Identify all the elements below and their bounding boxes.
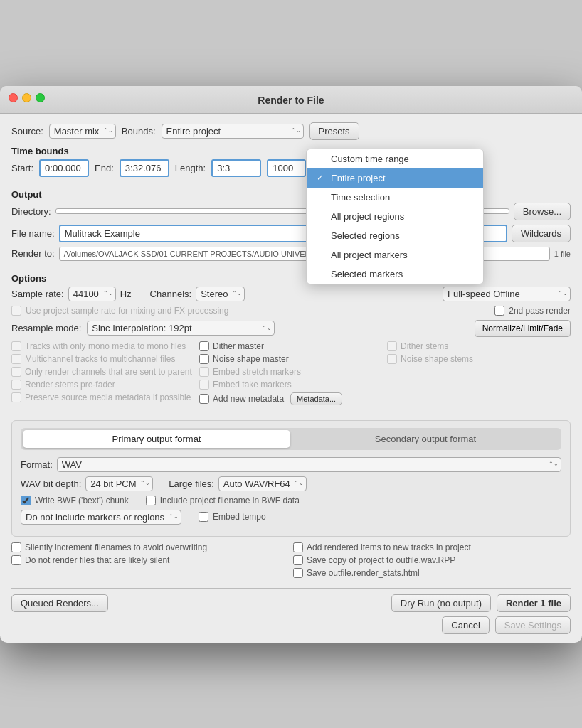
sample-rate-wrapper[interactable]: 44100 bbox=[68, 287, 116, 301]
metadata-button[interactable]: Metadata... bbox=[290, 392, 342, 405]
dropdown-item-time-selection[interactable]: Time selection bbox=[307, 188, 483, 207]
save-copy-label: Save copy of project to outfile.wav.RPP bbox=[307, 555, 455, 565]
markers-embed-row: Do not include markers or regions Embed … bbox=[21, 510, 561, 525]
render-channels-label: Only render channels that are sent to pa… bbox=[25, 367, 192, 377]
maximize-button[interactable] bbox=[36, 93, 45, 102]
markers-select[interactable]: Do not include markers or regions bbox=[21, 510, 181, 525]
minimize-button[interactable] bbox=[22, 93, 31, 102]
bounds-select[interactable]: Entire project bbox=[162, 124, 304, 139]
write-bwf-checkbox[interactable] bbox=[21, 496, 31, 505]
dropdown-item-all-project-markers[interactable]: All project markers bbox=[307, 245, 483, 264]
save-stats-checkbox[interactable] bbox=[293, 568, 303, 578]
channels-wrapper[interactable]: Stereo bbox=[196, 287, 245, 301]
sample-rate-select[interactable]: 44100 bbox=[68, 287, 116, 301]
use-project-sample-rate-checkbox[interactable] bbox=[11, 306, 21, 316]
large-files-select[interactable]: Auto WAV/RF64 bbox=[218, 476, 307, 491]
normalize-button[interactable]: Normalize/Limit/Fade bbox=[475, 320, 571, 337]
add-metadata-checkbox[interactable] bbox=[199, 394, 209, 404]
wildcards-button[interactable]: Wildcards bbox=[512, 225, 571, 242]
render-to-label: Render to: bbox=[11, 248, 55, 259]
bounds-select-wrapper[interactable]: Entire project bbox=[162, 124, 304, 139]
large-files-wrapper[interactable]: Auto WAV/RF64 bbox=[218, 476, 307, 491]
start-label: Start: bbox=[11, 163, 33, 173]
render-channels-checkbox[interactable] bbox=[11, 367, 21, 377]
check-entire: ✓ bbox=[317, 173, 327, 183]
multichannel-checkbox[interactable] bbox=[11, 354, 21, 364]
embed-stretch-checkbox[interactable] bbox=[199, 367, 209, 377]
tail-ms-input[interactable] bbox=[267, 159, 306, 177]
close-button[interactable] bbox=[9, 93, 18, 102]
preserve-metadata-label: Preserve source media metadata if possib… bbox=[25, 392, 191, 402]
dropdown-item-all-project-regions[interactable]: All project regions bbox=[307, 207, 483, 226]
bounds-dropdown: Custom time range ✓ Entire project Time … bbox=[306, 149, 484, 284]
bit-depth-wrapper[interactable]: 24 bit PCM bbox=[85, 476, 153, 491]
silent-increment-label: Silently increment filenames to avoid ov… bbox=[25, 542, 207, 552]
directory-row: Directory: Browse... bbox=[11, 203, 571, 220]
format-section: Primary output format Secondary output f… bbox=[11, 420, 571, 537]
write-bwf-label: Write BWF ('bext') chunk bbox=[35, 496, 129, 505]
dither-master-checkbox[interactable] bbox=[199, 341, 209, 351]
browse-button[interactable]: Browse... bbox=[514, 203, 571, 220]
time-bounds-section-title: Time bounds bbox=[11, 146, 571, 156]
dropdown-item-custom-time-range[interactable]: Custom time range bbox=[307, 149, 483, 168]
secondary-format-tab[interactable]: Secondary output format bbox=[292, 430, 559, 448]
output-format-tabs: Primary output format Secondary output f… bbox=[21, 428, 561, 450]
queued-renders-button[interactable]: Queued Renders... bbox=[11, 594, 108, 612]
render-stems-label: Render stems pre-fader bbox=[25, 380, 115, 390]
options-col2: Dither master Noise shape master Embed s… bbox=[199, 341, 383, 408]
bit-depth-label: WAV bit depth: bbox=[21, 478, 81, 489]
primary-format-tab[interactable]: Primary output format bbox=[23, 430, 290, 448]
silent-increment-checkbox[interactable] bbox=[11, 542, 21, 552]
presets-button[interactable]: Presets bbox=[309, 122, 359, 140]
start-input[interactable] bbox=[39, 159, 89, 177]
embed-take-checkbox[interactable] bbox=[199, 380, 209, 390]
main-content: Source: Master mix Bounds: Entire projec… bbox=[0, 114, 582, 643]
format-select-wrapper[interactable]: WAV bbox=[57, 457, 561, 472]
render-speed-select[interactable]: Full-speed Offline bbox=[443, 287, 571, 301]
second-pass-checkbox[interactable] bbox=[494, 306, 504, 316]
embed-tempo-checkbox[interactable] bbox=[199, 512, 208, 522]
dither-stems-label: Dither stems bbox=[401, 341, 448, 351]
add-to-tracks-checkbox[interactable] bbox=[293, 542, 303, 552]
channels-select[interactable]: Stereo bbox=[196, 287, 245, 301]
dry-run-button[interactable]: Dry Run (no output) bbox=[391, 594, 491, 612]
do-not-render-silent-checkbox[interactable] bbox=[11, 555, 21, 565]
filename-label: File name: bbox=[11, 228, 55, 239]
bit-depth-select[interactable]: 24 bit PCM bbox=[85, 476, 153, 491]
bottom-buttons-row: Queued Renders... Dry Run (no output) Re… bbox=[11, 588, 571, 612]
preserve-metadata-checkbox[interactable] bbox=[11, 392, 21, 402]
noise-shape-stems-row: Noise shape stems bbox=[387, 354, 571, 364]
end-input[interactable] bbox=[120, 159, 169, 177]
cancel-button[interactable]: Cancel bbox=[442, 616, 489, 634]
dither-stems-checkbox[interactable] bbox=[387, 341, 397, 351]
noise-shape-stems-checkbox[interactable] bbox=[387, 354, 397, 364]
save-copy-checkbox[interactable] bbox=[293, 555, 303, 565]
render-channels-row: Only render channels that are sent to pa… bbox=[11, 367, 195, 377]
channels-label: Channels: bbox=[150, 289, 192, 299]
dropdown-item-entire-project[interactable]: ✓ Entire project bbox=[307, 168, 483, 188]
save-settings-button[interactable]: Save Settings bbox=[495, 616, 571, 634]
dropdown-item-selected-markers[interactable]: Selected markers bbox=[307, 264, 483, 284]
resample-select[interactable]: Sinc Interpolation: 192pt bbox=[87, 321, 275, 336]
source-bounds-row: Source: Master mix Bounds: Entire projec… bbox=[11, 122, 571, 140]
cancel-save-row: Cancel Save Settings bbox=[11, 616, 571, 634]
mono-tracks-checkbox[interactable] bbox=[11, 341, 21, 351]
render-button[interactable]: Render 1 file bbox=[497, 594, 571, 612]
include-project-filename-checkbox[interactable] bbox=[146, 496, 156, 505]
resample-wrapper[interactable]: Sinc Interpolation: 192pt bbox=[87, 321, 275, 336]
markers-dropdown-wrapper[interactable]: Do not include markers or regions bbox=[21, 510, 181, 525]
embed-take-row: Embed take markers bbox=[199, 380, 383, 390]
source-select[interactable]: Master mix bbox=[49, 124, 116, 139]
length-input[interactable] bbox=[211, 159, 261, 177]
dropdown-item-selected-regions[interactable]: Selected regions bbox=[307, 226, 483, 245]
sample-rate-row: Sample rate: 44100 Hz Channels: Stereo F… bbox=[11, 287, 571, 301]
bwf-row: Write BWF ('bext') chunk Include project… bbox=[21, 496, 561, 505]
second-pass-label: 2nd pass render bbox=[509, 306, 571, 316]
add-metadata-row: Add new metadata Metadata... bbox=[199, 392, 383, 405]
render-stems-checkbox[interactable] bbox=[11, 380, 21, 390]
format-select[interactable]: WAV bbox=[57, 457, 561, 472]
source-select-wrapper[interactable]: Master mix bbox=[49, 124, 116, 139]
render-speed-wrapper[interactable]: Full-speed Offline bbox=[443, 287, 571, 301]
save-copy-row: Save copy of project to outfile.wav.RPP bbox=[293, 555, 571, 565]
noise-shape-master-checkbox[interactable] bbox=[199, 354, 209, 364]
